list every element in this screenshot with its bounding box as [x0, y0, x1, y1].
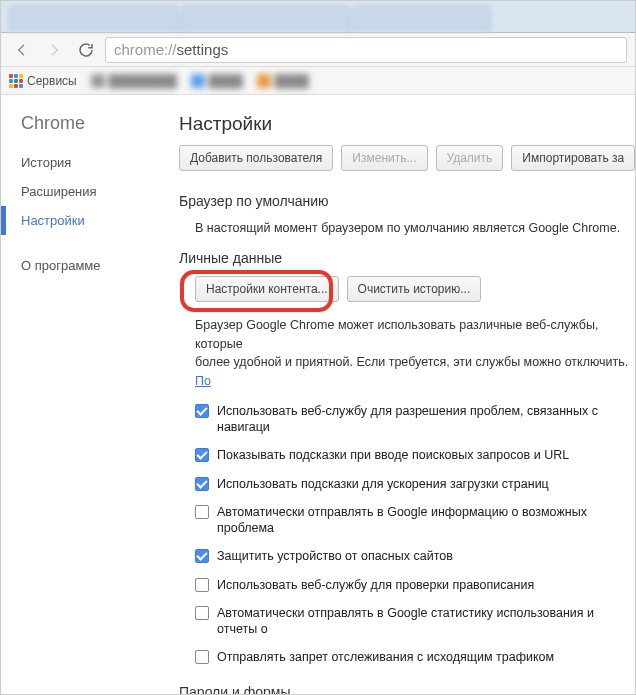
bookmark-item[interactable]: ████	[257, 74, 309, 88]
clear-history-button[interactable]: Очистить историю...	[347, 276, 482, 302]
settings-layout: Chrome История Расширения Настройки О пр…	[1, 95, 635, 694]
checkbox-row: Отправлять запрет отслеживания с исходящ…	[195, 649, 635, 665]
checkbox-label: Автоматически отправлять в Google статис…	[217, 605, 635, 638]
brand-title: Chrome	[1, 113, 161, 148]
learn-more-link[interactable]: По	[195, 374, 211, 388]
section-default-browser-heading: Браузер по умолчанию	[179, 193, 635, 209]
tab-strip	[1, 1, 635, 33]
browser-tab[interactable]	[9, 6, 179, 32]
privacy-checkbox-3[interactable]	[195, 505, 209, 519]
privacy-checkbox-4[interactable]	[195, 549, 209, 563]
sidebar-item-extensions[interactable]: Расширения	[1, 177, 161, 206]
sidebar-item-history[interactable]: История	[1, 148, 161, 177]
checkbox-row: Автоматически отправлять в Google информ…	[195, 504, 635, 537]
sidebar-item-settings[interactable]: Настройки	[1, 206, 161, 235]
url-scheme: chrome://	[114, 41, 177, 58]
section-personal-data-heading: Личные данные	[179, 250, 635, 266]
address-bar[interactable]: chrome://settings	[105, 37, 627, 63]
personal-data-buttons: Настройки контента... Очистить историю..…	[179, 276, 635, 302]
privacy-checkbox-2[interactable]	[195, 477, 209, 491]
default-browser-text: В настоящий момент браузером по умолчани…	[179, 219, 635, 238]
section-passwords-heading: Пароли и формы	[179, 684, 635, 695]
delete-user-button[interactable]: Удалить	[436, 145, 504, 171]
privacy-checkbox-7[interactable]	[195, 650, 209, 664]
checkbox-row: Защитить устройство от опасных сайтов	[195, 548, 635, 564]
checkbox-label: Отправлять запрет отслеживания с исходящ…	[217, 649, 554, 665]
settings-main: Настройки Добавить пользователя Изменить…	[161, 95, 635, 694]
checkbox-row: Использовать веб-службу для разрешения п…	[195, 403, 635, 436]
checkbox-label: Использовать веб-службу для проверки пра…	[217, 577, 534, 593]
content-settings-button[interactable]: Настройки контента...	[195, 276, 339, 302]
page-title: Настройки	[179, 113, 635, 135]
checkbox-label: Защитить устройство от опасных сайтов	[217, 548, 453, 564]
forward-button[interactable]	[41, 37, 67, 63]
privacy-checkbox-6[interactable]	[195, 606, 209, 620]
checkbox-label: Показывать подсказки при вводе поисковых…	[217, 447, 569, 463]
browser-tab[interactable]	[180, 6, 350, 32]
apps-label: Сервисы	[27, 74, 77, 88]
privacy-checkbox-1[interactable]	[195, 448, 209, 462]
checkbox-label: Использовать веб-службу для разрешения п…	[217, 403, 635, 436]
checkbox-row: Показывать подсказки при вводе поисковых…	[195, 447, 635, 463]
privacy-checkbox-5[interactable]	[195, 578, 209, 592]
url-path: settings	[177, 41, 229, 58]
checkbox-label: Использовать подсказки для ускорения заг…	[217, 476, 549, 492]
checkbox-label: Автоматически отправлять в Google информ…	[217, 504, 635, 537]
add-user-button[interactable]: Добавить пользователя	[179, 145, 333, 171]
checkbox-row: Использовать веб-службу для проверки пра…	[195, 577, 635, 593]
toolbar: chrome://settings	[1, 33, 635, 67]
privacy-checkbox-0[interactable]	[195, 404, 209, 418]
apps-icon	[9, 74, 23, 88]
bookmarks-bar: Сервисы ████████ ████ ████	[1, 67, 635, 95]
personal-data-description: Браузер Google Chrome может использовать…	[179, 316, 635, 391]
sidebar: Chrome История Расширения Настройки О пр…	[1, 95, 161, 694]
bookmark-item[interactable]: ████	[191, 74, 243, 88]
edit-user-button[interactable]: Изменить...	[341, 145, 427, 171]
back-button[interactable]	[9, 37, 35, 63]
bookmark-item[interactable]: ████████	[91, 74, 177, 88]
checkbox-row: Использовать подсказки для ускорения заг…	[195, 476, 635, 492]
import-button[interactable]: Импортировать за	[511, 145, 635, 171]
sidebar-item-about[interactable]: О программе	[1, 251, 161, 280]
browser-tab[interactable]	[351, 6, 491, 32]
checkbox-row: Автоматически отправлять в Google статис…	[195, 605, 635, 638]
apps-shortcut[interactable]: Сервисы	[9, 74, 77, 88]
reload-button[interactable]	[73, 37, 99, 63]
users-button-row: Добавить пользователя Изменить... Удалит…	[179, 145, 635, 171]
